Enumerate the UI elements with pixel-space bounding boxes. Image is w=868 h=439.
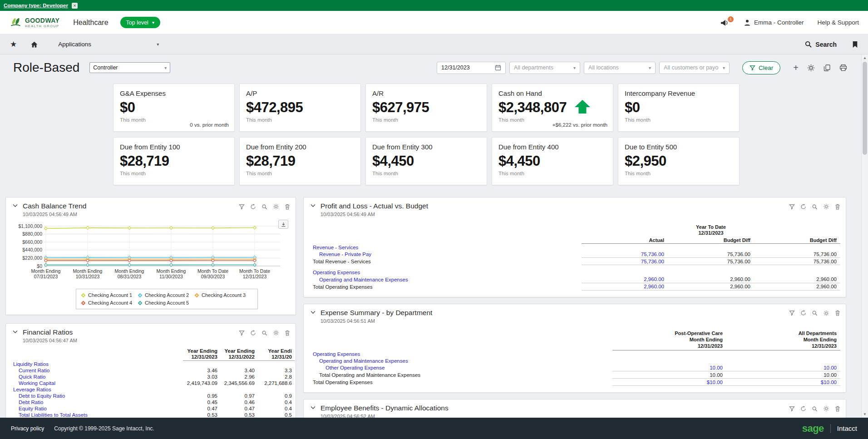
row-label[interactable]: Equity Ratio [10,405,183,412]
copy-icon[interactable] [824,64,831,72]
section-label[interactable]: Operating Expenses [309,350,840,358]
kpi-card[interactable]: Intercompany Revenue$0This month [618,84,740,132]
kpi-value: $0 [625,99,640,116]
company-type-label[interactable]: Company type: Developer [4,3,68,8]
settings-icon[interactable] [823,405,829,412]
search-button[interactable]: Search [805,41,837,48]
settings-icon[interactable] [273,203,279,210]
scroll-down-icon[interactable]: ▼ [862,411,868,418]
favorites-star-icon[interactable]: ★ [10,39,17,49]
section-label[interactable]: Operating and Maintenance Expenses [309,357,840,364]
cell-value[interactable]: 10.00 [726,364,840,371]
collapse-chevron-icon[interactable] [13,204,18,207]
kpi-card[interactable]: Cash on Hand$2,348,807This month+$6,222 … [492,84,613,132]
download-chart-icon[interactable] [278,220,288,229]
kpi-card[interactable]: Due from Entity 100$28,719This month [113,137,235,185]
collapse-chevron-icon[interactable] [311,311,316,314]
collapse-chevron-icon[interactable] [311,204,316,207]
cell-value[interactable]: 10.00 [612,364,726,371]
cell-value[interactable]: 2,960.00 [582,276,668,283]
role-select-value: Controller [93,64,118,71]
dashboard-toolbar: Role-Based Controller ▾ 12/31/2023 All d… [0,54,868,81]
refresh-icon[interactable] [800,406,806,412]
collapse-chevron-icon[interactable] [13,330,18,334]
user-menu[interactable]: Emma - Controller [744,19,804,26]
section-label[interactable]: Leverage Ratios [10,386,295,393]
row-label[interactable]: Current Ratio [10,367,183,374]
row-label[interactable]: Debt Ratio [10,399,183,405]
locations-filter[interactable]: All locations ▾ [584,62,656,74]
collapse-chevron-icon[interactable] [311,406,316,409]
privacy-policy-link[interactable]: Privacy policy [11,425,44,432]
cell-value[interactable]: $10.00 [612,379,726,386]
cell-value: 0.53 [220,412,257,418]
calendar-icon [495,64,501,71]
row-label[interactable]: Other Operating Expense [309,364,612,371]
cell-value[interactable]: 2,960.00 [582,283,668,290]
settings-icon[interactable] [823,310,829,316]
report-date-input[interactable]: 12/31/2023 [437,62,506,74]
clear-filters-button[interactable]: Clear [742,61,780,74]
cell-value[interactable]: $10.00 [726,379,840,386]
kpi-card[interactable]: A/P$472,895This month [239,84,361,132]
section-label[interactable]: Revenue - Services [309,244,840,251]
section-label[interactable]: Operating Expenses [309,269,840,276]
cell-value[interactable]: 75,736.00 [582,258,668,265]
sage-logo[interactable]: sage [802,423,824,434]
delete-icon[interactable] [835,310,840,316]
filter-icon[interactable] [789,204,795,210]
departments-filter[interactable]: All departments ▾ [509,62,580,74]
cell-value[interactable]: 75,736.00 [582,251,668,258]
settings-icon[interactable] [273,330,279,336]
kpi-card[interactable]: Due from Entity 400$4,450This month [492,137,613,185]
delete-icon[interactable] [835,406,840,412]
vertical-scrollbar[interactable]: ▲ ▼ [861,54,868,418]
section-label[interactable]: Liquidity Ratios [10,361,295,368]
row-label[interactable]: Revenue - Private Pay [309,251,582,258]
row-label[interactable]: Working Capital [10,380,183,386]
settings-icon[interactable] [823,203,829,210]
close-icon[interactable]: × [72,3,78,9]
row-label: Total Operating Expenses [309,283,582,290]
refresh-icon[interactable] [250,204,256,210]
customers-filter[interactable]: All customers or payo ▾ [659,62,730,74]
add-icon[interactable]: + [793,63,799,72]
notifications-button[interactable]: 1 [720,19,730,27]
help-support-link[interactable]: Help & Support [817,19,859,26]
zoom-icon[interactable] [261,204,267,210]
kpi-card[interactable]: Due from Entity 200$28,719This month [239,137,361,185]
delete-icon[interactable] [285,204,290,210]
refresh-icon[interactable] [800,204,806,210]
refresh-icon[interactable] [250,330,256,336]
filter-icon[interactable] [789,406,795,412]
row-label[interactable]: Quick Ratio [10,374,183,380]
kpi-card[interactable]: G&A Expenses$0This month0 vs. prior mont… [113,84,235,132]
zoom-icon[interactable] [812,204,818,210]
zoom-icon[interactable] [261,330,267,336]
zoom-icon[interactable] [812,310,818,316]
kpi-card[interactable]: Due from Entity 300$4,450This month [365,137,487,185]
home-icon[interactable] [30,41,38,48]
bookmark-icon[interactable] [852,41,858,48]
row-label[interactable]: Total Liabilities to Total Assets [10,412,183,418]
settings-icon[interactable] [807,64,815,72]
print-icon[interactable] [839,64,847,71]
table-row: Total Liabilities to Total Assets0.530.5… [10,412,295,418]
delete-icon[interactable] [835,204,840,210]
scroll-up-icon[interactable]: ▲ [862,54,868,61]
applications-menu[interactable]: Applications ▾ [58,41,159,48]
entity-selector[interactable]: Top level ▾ [120,17,160,28]
goodway-logo[interactable]: GOODWAY HEALTH GROUP [9,17,59,29]
kpi-card[interactable]: Due to Entity 500$2,950This month [618,137,740,185]
kpi-card[interactable]: A/R$627,975This month [365,84,487,132]
delete-icon[interactable] [285,330,290,336]
filter-icon[interactable] [239,204,245,210]
zoom-icon[interactable] [812,406,818,412]
filter-icon[interactable] [789,310,795,316]
scrollbar-thumb[interactable] [863,62,867,155]
filter-icon[interactable] [239,330,245,336]
role-select[interactable]: Controller ▾ [89,62,170,73]
refresh-icon[interactable] [800,310,806,316]
row-label[interactable]: Operating and Maintenance Expenses [309,276,582,283]
row-label[interactable]: Debt to Equity Ratio [10,393,183,399]
